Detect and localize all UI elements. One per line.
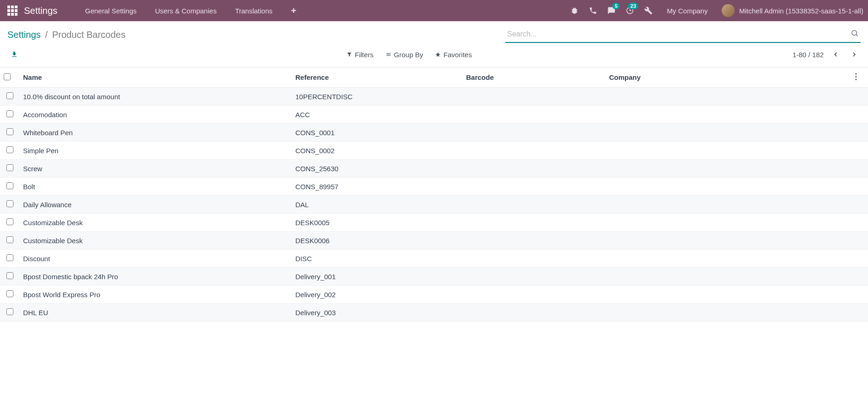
cell-reference[interactable]: DESK0005	[292, 214, 462, 232]
table-row[interactable]: Daily AllowanceDAL	[0, 196, 868, 214]
export-button[interactable]	[7, 48, 21, 61]
cell-barcode[interactable]	[462, 88, 605, 106]
phone-icon[interactable]	[584, 0, 602, 21]
cell-company[interactable]	[605, 160, 851, 178]
row-checkbox[interactable]	[6, 254, 13, 261]
cell-barcode[interactable]	[462, 250, 605, 268]
user-menu[interactable]: Mitchell Admin (15338352-saas-15-1-all)	[717, 4, 863, 17]
breadcrumb-root[interactable]: Settings	[7, 30, 41, 40]
messages-icon[interactable]: 5	[602, 0, 621, 21]
row-checkbox[interactable]	[6, 92, 13, 99]
table-row[interactable]: Simple PenCONS_0002	[0, 142, 868, 160]
cell-barcode[interactable]	[462, 160, 605, 178]
column-options[interactable]	[851, 67, 868, 88]
table-row[interactable]: Bpost Domestic bpack 24h ProDelivery_001	[0, 268, 868, 286]
table-row[interactable]: BoltCONS_89957	[0, 178, 868, 196]
cell-company[interactable]	[605, 250, 851, 268]
select-all-checkbox[interactable]	[4, 73, 11, 80]
search-icon[interactable]	[849, 27, 861, 41]
cell-barcode[interactable]	[462, 286, 605, 304]
cell-company[interactable]	[605, 142, 851, 160]
row-checkbox[interactable]	[6, 200, 13, 207]
cell-barcode[interactable]	[462, 178, 605, 196]
cell-name[interactable]: Accomodation	[19, 106, 292, 124]
activities-icon[interactable]: 23	[621, 0, 639, 21]
nav-item-users-companies[interactable]: Users & Companies	[146, 7, 226, 15]
cell-company[interactable]	[605, 178, 851, 196]
cell-reference[interactable]: CONS_25630	[292, 160, 462, 178]
cell-company[interactable]	[605, 232, 851, 250]
cell-name[interactable]: Bolt	[19, 178, 292, 196]
cell-barcode[interactable]	[462, 304, 605, 322]
tools-icon[interactable]	[639, 0, 658, 21]
cell-name[interactable]: Daily Allowance	[19, 196, 292, 214]
cell-barcode[interactable]	[462, 106, 605, 124]
cell-reference[interactable]: Delivery_002	[292, 286, 462, 304]
table-row[interactable]: DHL EUDelivery_003	[0, 304, 868, 322]
company-selector[interactable]: My Company	[658, 7, 717, 15]
cell-company[interactable]	[605, 124, 851, 142]
cell-company[interactable]	[605, 268, 851, 286]
apps-launcher-icon[interactable]	[7, 6, 18, 16]
cell-name[interactable]: Discount	[19, 250, 292, 268]
cell-name[interactable]: Customizable Desk	[19, 214, 292, 232]
row-checkbox[interactable]	[6, 164, 13, 171]
cell-company[interactable]	[605, 214, 851, 232]
table-row[interactable]: Whiteboard PenCONS_0001	[0, 124, 868, 142]
cell-reference[interactable]: Delivery_003	[292, 304, 462, 322]
cell-company[interactable]	[605, 286, 851, 304]
table-row[interactable]: Customizable DeskDESK0005	[0, 214, 868, 232]
cell-name[interactable]: Simple Pen	[19, 142, 292, 160]
cell-name[interactable]: Screw	[19, 160, 292, 178]
nav-item-translations[interactable]: Translations	[226, 7, 281, 15]
table-row[interactable]: Customizable DeskDESK0006	[0, 232, 868, 250]
cell-barcode[interactable]	[462, 142, 605, 160]
cell-barcode[interactable]	[462, 196, 605, 214]
cell-name[interactable]: Whiteboard Pen	[19, 124, 292, 142]
column-header-name[interactable]: Name	[19, 67, 292, 88]
nav-item-general-settings[interactable]: General Settings	[76, 7, 146, 15]
column-header-reference[interactable]: Reference	[292, 67, 462, 88]
cell-barcode[interactable]	[462, 124, 605, 142]
row-checkbox[interactable]	[6, 146, 13, 153]
row-checkbox[interactable]	[6, 308, 13, 315]
pager-range[interactable]: 1-80 / 182	[792, 51, 824, 59]
cell-company[interactable]	[605, 304, 851, 322]
pager-prev-button[interactable]	[829, 48, 842, 61]
table-row[interactable]: ScrewCONS_25630	[0, 160, 868, 178]
cell-company[interactable]	[605, 106, 851, 124]
cell-reference[interactable]: CONS_0002	[292, 142, 462, 160]
favorites-button[interactable]: Favorites	[435, 51, 472, 59]
row-checkbox[interactable]	[6, 182, 13, 189]
table-row[interactable]: DiscountDISC	[0, 250, 868, 268]
cell-reference[interactable]: CONS_89957	[292, 178, 462, 196]
row-checkbox[interactable]	[6, 236, 13, 243]
table-row[interactable]: 10.0% discount on total amount10PERCENTD…	[0, 88, 868, 106]
cell-name[interactable]: 10.0% discount on total amount	[19, 88, 292, 106]
cell-company[interactable]	[605, 196, 851, 214]
cell-name[interactable]: DHL EU	[19, 304, 292, 322]
cell-company[interactable]	[605, 88, 851, 106]
cell-reference[interactable]: DAL	[292, 196, 462, 214]
column-header-company[interactable]: Company	[605, 67, 851, 88]
row-checkbox[interactable]	[6, 218, 13, 225]
table-row[interactable]: AccomodationACC	[0, 106, 868, 124]
cell-reference[interactable]: Delivery_001	[292, 268, 462, 286]
row-checkbox[interactable]	[6, 128, 13, 135]
cell-reference[interactable]: 10PERCENTDISC	[292, 88, 462, 106]
filters-button[interactable]: Filters	[347, 51, 374, 59]
cell-name[interactable]: Bpost Domestic bpack 24h Pro	[19, 268, 292, 286]
groupby-button[interactable]: Group By	[386, 51, 423, 59]
column-header-barcode[interactable]: Barcode	[462, 67, 605, 88]
row-checkbox[interactable]	[6, 290, 13, 297]
app-title[interactable]: Settings	[24, 6, 57, 16]
cell-name[interactable]: Bpost World Express Pro	[19, 286, 292, 304]
search-input[interactable]	[505, 27, 849, 41]
cell-barcode[interactable]	[462, 214, 605, 232]
debug-icon[interactable]	[565, 0, 584, 21]
table-row[interactable]: Bpost World Express ProDelivery_002	[0, 286, 868, 304]
row-checkbox[interactable]	[6, 110, 13, 117]
cell-name[interactable]: Customizable Desk	[19, 232, 292, 250]
cell-reference[interactable]: DESK0006	[292, 232, 462, 250]
cell-reference[interactable]: ACC	[292, 106, 462, 124]
